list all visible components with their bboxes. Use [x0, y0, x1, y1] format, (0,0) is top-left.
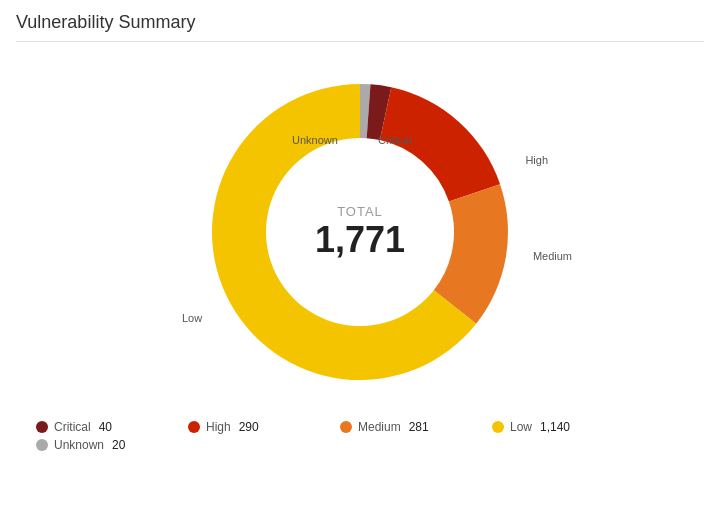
donut-center: TOTAL 1,771 [315, 204, 405, 261]
label-low: Low [182, 312, 202, 324]
legend-value-medium: 281 [409, 420, 429, 434]
legend-item-unknown: Unknown 20 [36, 438, 156, 452]
legend-value-critical: 40 [99, 420, 112, 434]
legend-name-critical: Critical [54, 420, 91, 434]
divider [16, 41, 704, 42]
label-critical: Critical [378, 134, 412, 146]
legend-name-unknown: Unknown [54, 438, 104, 452]
legend-value-high: 290 [239, 420, 259, 434]
vulnerability-summary-widget: Vulnerability Summary [0, 0, 720, 506]
legend-row-1: Critical 40 High 290 Medium 281 Low 1,14… [36, 420, 684, 434]
legend-row-2: Unknown 20 [36, 438, 684, 452]
legend-item-high: High 290 [188, 420, 308, 434]
legend-dot-critical [36, 421, 48, 433]
legend-item-low: Low 1,140 [492, 420, 612, 434]
chart-area: TOTAL 1,771 Unknown Critical High Medium… [16, 52, 704, 412]
legend-name-medium: Medium [358, 420, 401, 434]
page-title: Vulnerability Summary [16, 12, 704, 33]
legend-dot-unknown [36, 439, 48, 451]
legend-dot-high [188, 421, 200, 433]
donut-chart: TOTAL 1,771 Unknown Critical High Medium… [200, 72, 520, 392]
total-value: 1,771 [315, 219, 405, 261]
label-high: High [525, 154, 548, 166]
legend-name-high: High [206, 420, 231, 434]
label-unknown: Unknown [292, 134, 338, 146]
legend-dot-low [492, 421, 504, 433]
legend-value-unknown: 20 [112, 438, 125, 452]
legend-item-critical: Critical 40 [36, 420, 156, 434]
legend-area: Critical 40 High 290 Medium 281 Low 1,14… [16, 412, 704, 464]
label-medium: Medium [533, 250, 572, 262]
legend-name-low: Low [510, 420, 532, 434]
legend-item-medium: Medium 281 [340, 420, 460, 434]
total-label: TOTAL [315, 204, 405, 219]
legend-dot-medium [340, 421, 352, 433]
legend-value-low: 1,140 [540, 420, 570, 434]
